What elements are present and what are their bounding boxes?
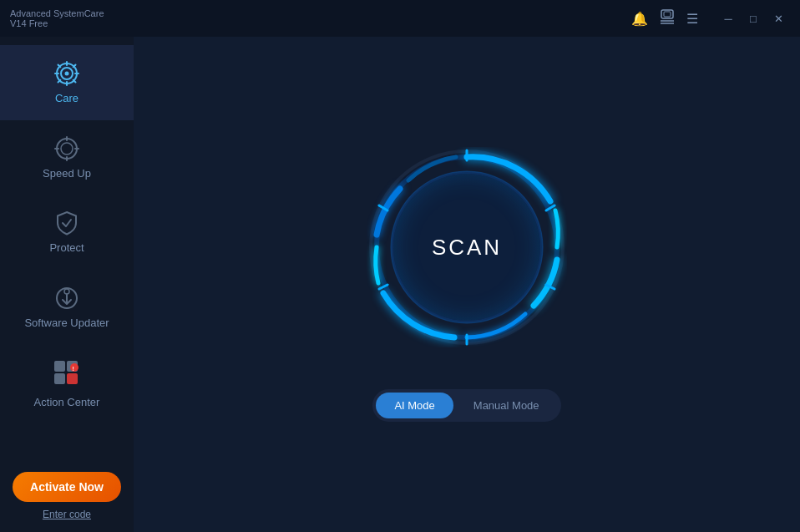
protect-label: Protect — [49, 241, 84, 255]
svg-point-16 — [61, 143, 73, 155]
minimize-button[interactable]: ─ — [716, 7, 740, 30]
updater-label: Software Updater — [24, 317, 109, 330]
titlebar: Advanced SystemCare V14 Free 🔔 ☰ ─ □ ✕ — [0, 0, 800, 37]
care-label: Care — [55, 92, 78, 105]
profile-icon[interactable] — [660, 9, 675, 28]
close-button[interactable]: ✕ — [767, 7, 790, 30]
sidebar-item-updater[interactable]: Software Updater — [0, 270, 134, 345]
svg-rect-27 — [67, 373, 78, 384]
manual-mode-button[interactable]: Manual Mode — [455, 393, 558, 418]
svg-point-6 — [65, 72, 69, 76]
sidebar-item-action[interactable]: ! Action Center — [0, 344, 134, 424]
svg-text:!: ! — [73, 366, 74, 372]
app-version: V14 Free — [10, 18, 631, 28]
svg-rect-24 — [54, 361, 65, 372]
speedup-label: Speed Up — [43, 167, 91, 180]
sidebar-item-speedup[interactable]: Speed Up — [0, 120, 134, 195]
svg-rect-1 — [664, 12, 671, 17]
content-area: SCAN AI Mode Manual Mode — [134, 37, 800, 532]
bell-icon[interactable]: 🔔 — [631, 11, 648, 27]
svg-rect-26 — [54, 373, 65, 384]
protect-icon — [53, 210, 80, 236]
updater-icon — [53, 285, 80, 312]
window-controls: ─ □ ✕ — [716, 7, 790, 30]
scan-button[interactable]: SCAN — [392, 172, 542, 322]
sidebar-item-protect[interactable]: Protect — [0, 195, 134, 270]
menu-icon[interactable]: ☰ — [686, 11, 698, 27]
svg-point-28 — [70, 363, 78, 372]
action-label: Action Center — [34, 396, 100, 409]
sidebar-bottom: Activate Now Enter code — [0, 460, 134, 532]
action-center-icon: ! — [53, 359, 81, 391]
titlebar-controls: 🔔 ☰ ─ □ ✕ — [631, 7, 790, 30]
svg-point-15 — [57, 139, 77, 159]
app-title: Advanced SystemCare V14 Free — [10, 8, 631, 28]
enter-code-link[interactable]: Enter code — [43, 509, 91, 520]
activate-button[interactable]: Activate Now — [13, 472, 121, 502]
sidebar: Care Speed Up Protect — [0, 37, 134, 532]
mode-toggle: AI Mode Manual Mode — [372, 389, 560, 422]
scan-container: SCAN — [367, 147, 567, 347]
scan-label: SCAN — [432, 235, 502, 261]
ai-mode-button[interactable]: AI Mode — [376, 393, 453, 418]
main-container: Care Speed Up Protect — [0, 37, 800, 532]
speedup-icon — [53, 135, 80, 162]
maximize-button[interactable]: □ — [742, 7, 765, 30]
sidebar-item-care[interactable]: Care — [0, 45, 134, 120]
app-name: Advanced SystemCare — [10, 8, 631, 18]
care-icon — [53, 60, 80, 87]
